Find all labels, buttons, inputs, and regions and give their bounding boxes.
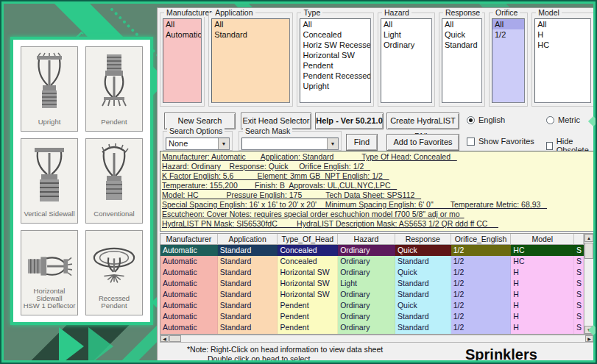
table-cell[interactable]: S (574, 300, 584, 311)
filter-listbox-application[interactable]: AllStandard (211, 18, 290, 103)
column-header[interactable]: Orifice_English (451, 234, 512, 245)
table-cell[interactable]: Standard (218, 300, 278, 311)
table-row[interactable]: AutomaticStandardHorizontal SWOrdinaryQu… (160, 267, 584, 278)
table-row[interactable]: AutomaticStandardHorizontal SWOrdinarySt… (160, 289, 584, 300)
table-cell[interactable]: Automatic (160, 278, 218, 289)
table-cell[interactable]: S (574, 267, 584, 278)
filter-listbox-manufacturer[interactable]: AllAutomatic (163, 18, 202, 103)
table-cell[interactable]: 1/2 (451, 311, 512, 322)
list-item[interactable]: All (381, 19, 431, 29)
table-cell[interactable]: Ordinary (338, 256, 395, 267)
list-item[interactable]: Standard (442, 40, 481, 50)
table-cell[interactable]: Automatic (160, 300, 218, 311)
table-cell[interactable]: HC (511, 245, 574, 256)
horizontal-scrollbar[interactable]: ◀ ▶ (160, 335, 594, 343)
table-cell[interactable]: H (511, 267, 574, 278)
hide-obsolete-checkbox[interactable] (546, 142, 553, 150)
table-cell[interactable]: Standard (395, 311, 451, 322)
vertical-scrollbar[interactable]: ▲ ▼ (584, 234, 593, 334)
table-cell[interactable]: H (511, 300, 574, 311)
table-cell[interactable]: Automatic (160, 245, 218, 256)
column-header[interactable]: Manufacturer (160, 234, 218, 245)
table-cell[interactable]: Standard (218, 245, 278, 256)
show-favorites-group[interactable]: Show Favorites (467, 137, 534, 146)
table-cell[interactable]: Standard (395, 278, 451, 289)
chevron-down-icon[interactable]: ▼ (218, 138, 229, 149)
search-mask-input[interactable]: ▼ (241, 138, 339, 150)
list-item[interactable]: Automatic (163, 29, 201, 40)
table-cell[interactable]: Horizontal SW (278, 267, 338, 278)
table-cell[interactable]: Ordinary (338, 311, 395, 322)
list-item[interactable]: All (535, 19, 590, 29)
table-cell[interactable]: S (574, 256, 584, 267)
table-cell[interactable]: Ordinary (338, 322, 395, 333)
column-header[interactable]: Response (395, 234, 451, 245)
table-cell[interactable]: Standard (218, 278, 278, 289)
table-cell[interactable]: 1/2 (451, 300, 512, 311)
table-cell[interactable]: S (574, 289, 584, 300)
table-cell[interactable]: S (574, 311, 584, 322)
table-cell[interactable]: S (574, 278, 584, 289)
find-button[interactable]: Find (346, 134, 378, 151)
table-cell[interactable]: H (511, 333, 574, 334)
create-hydralist-pns-button[interactable]: Create HydraLIST PN's (386, 113, 459, 129)
list-item[interactable]: All (300, 19, 370, 29)
column-header[interactable]: Application (218, 234, 278, 245)
list-item[interactable]: Horizontal SW (300, 50, 370, 60)
table-cell[interactable]: S (574, 322, 584, 333)
table-cell[interactable]: Automatic (160, 289, 218, 300)
table-cell[interactable]: S (574, 245, 584, 256)
table-cell[interactable]: Automatic (160, 333, 218, 334)
table-cell[interactable]: 1/2 (451, 289, 512, 300)
metric-radio[interactable] (546, 116, 554, 124)
list-item[interactable]: HC (535, 40, 590, 50)
table-cell[interactable]: Automatic (160, 256, 218, 267)
horizontal-scroll-thumb[interactable] (169, 335, 181, 342)
table-cell[interactable]: Ordinary (338, 245, 395, 256)
table-cell[interactable]: 1/2 (451, 333, 512, 334)
table-cell[interactable]: Standard (395, 256, 451, 267)
table-cell[interactable]: Standard (218, 322, 278, 333)
scroll-left-icon[interactable]: ◀ (160, 335, 169, 342)
list-item[interactable]: Pendent Recessed (300, 71, 370, 81)
filter-listbox-type[interactable]: AllConcealedHoriz SW RecessedHorizontal … (300, 18, 371, 103)
table-cell[interactable]: Ordinary (338, 267, 395, 278)
list-item[interactable]: Pendent (300, 60, 370, 71)
list-item[interactable]: Standard (212, 29, 289, 40)
table-cell[interactable]: Quick (395, 300, 451, 311)
table-cell[interactable]: H (511, 289, 574, 300)
table-cell[interactable]: Light (338, 278, 395, 289)
list-item[interactable]: Horiz SW Recessed (300, 40, 370, 50)
table-cell[interactable]: H (511, 278, 574, 289)
list-item[interactable]: All (442, 19, 481, 29)
scroll-up-icon[interactable]: ▲ (584, 234, 593, 242)
search-options-dropdown[interactable]: None ▼ (166, 138, 230, 150)
table-row[interactable]: AutomaticStandardConcealedOrdinaryStanda… (160, 256, 584, 267)
column-header[interactable]: Hazard (338, 234, 395, 245)
table-row[interactable]: AutomaticStandardPendentOrdinaryStandard… (160, 322, 584, 333)
table-cell[interactable]: Pendent (278, 311, 338, 322)
show-favorites-checkbox[interactable] (467, 138, 475, 146)
table-cell[interactable]: Standard (395, 322, 451, 333)
column-header[interactable] (574, 234, 584, 245)
table-cell[interactable]: Standard (218, 267, 278, 278)
list-item[interactable]: H (535, 29, 590, 40)
filter-listbox-response[interactable]: AllQuickStandard (442, 18, 482, 103)
list-item[interactable]: Concealed (300, 29, 370, 40)
list-item[interactable]: Ordinary (381, 40, 431, 50)
table-cell[interactable]: Ordinary (338, 289, 395, 300)
table-cell[interactable]: Automatic (160, 311, 218, 322)
table-cell[interactable]: H (511, 311, 574, 322)
english-radio-group[interactable]: English (467, 115, 505, 124)
table-cell[interactable]: Horizontal SW (278, 289, 338, 300)
table-cell[interactable]: Horizontal SW (278, 278, 338, 289)
filter-listbox-model[interactable]: AllHHC (534, 18, 591, 103)
table-cell[interactable]: 1/2 (451, 322, 512, 333)
table-cell[interactable]: Horiz SW Recessed (278, 333, 338, 334)
table-cell[interactable]: Quick (395, 267, 451, 278)
column-header[interactable]: Model (511, 234, 574, 245)
table-cell[interactable]: Standard (395, 289, 451, 300)
table-cell[interactable]: Concealed (278, 245, 338, 256)
table-cell[interactable]: Automatic (160, 322, 218, 333)
list-item[interactable]: 1/2 (492, 29, 524, 40)
